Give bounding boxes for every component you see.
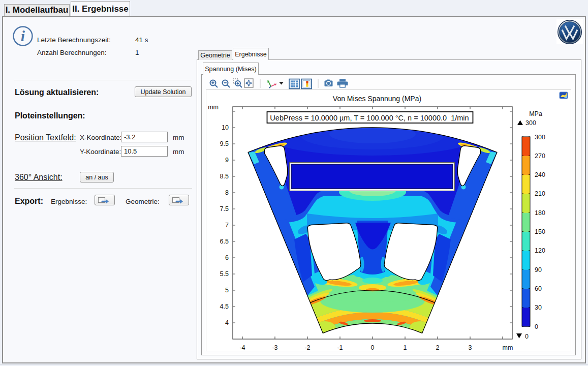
svg-text:8.5: 8.5 [220, 173, 229, 180]
svg-text:4.5: 4.5 [220, 303, 229, 310]
svg-text:120: 120 [535, 247, 545, 254]
svg-text:30: 30 [535, 304, 542, 311]
svg-text:5: 5 [225, 287, 229, 294]
svg-text:8: 8 [225, 189, 229, 196]
svg-text:300: 300 [535, 134, 545, 141]
svg-text:150: 150 [535, 228, 545, 235]
svg-text:60: 60 [535, 285, 542, 292]
svg-text:mm: mm [208, 104, 219, 111]
svg-text:1: 1 [404, 344, 407, 351]
svg-text:-3: -3 [272, 344, 277, 351]
svg-text:7: 7 [225, 222, 229, 229]
svg-text:-1: -1 [337, 344, 343, 351]
svg-text:-2: -2 [304, 344, 310, 351]
svg-text:2: 2 [436, 344, 440, 351]
svg-text:90: 90 [535, 266, 542, 273]
svg-text:7.5: 7.5 [220, 205, 229, 212]
svg-text:180: 180 [535, 209, 545, 217]
svg-text:300: 300 [525, 119, 536, 127]
svg-text:Von Mises Spannung (MPa): Von Mises Spannung (MPa) [333, 95, 421, 103]
svg-text:9.5: 9.5 [220, 140, 229, 147]
svg-text:0: 0 [525, 333, 529, 340]
svg-text:mm: mm [503, 344, 513, 351]
svg-text:10: 10 [222, 124, 229, 131]
svg-text:0: 0 [535, 323, 538, 330]
svg-text:9: 9 [225, 157, 229, 164]
svg-text:3: 3 [469, 344, 472, 351]
svg-text:MPa: MPa [529, 110, 542, 117]
svg-text:4: 4 [225, 319, 229, 326]
svg-text:5.5: 5.5 [220, 270, 229, 278]
svg-text:270: 270 [535, 152, 545, 160]
svg-text:UebPress = 10.0000 µm, T = 100: UebPress = 10.0000 µm, T = 100.000 °C, n… [270, 114, 469, 122]
svg-text:6.5: 6.5 [220, 238, 229, 245]
svg-text:240: 240 [535, 171, 545, 178]
svg-text:210: 210 [535, 190, 545, 197]
svg-text:6: 6 [225, 254, 229, 261]
svg-text:-4: -4 [239, 344, 245, 351]
svg-text:0: 0 [371, 344, 375, 351]
